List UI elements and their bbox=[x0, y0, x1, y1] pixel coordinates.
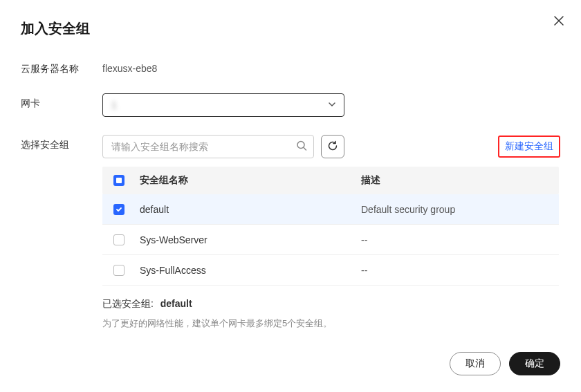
col-header-desc: 描述 bbox=[361, 174, 548, 187]
row-desc: -- bbox=[361, 234, 548, 245]
row-name: Sys-FullAccess bbox=[140, 265, 361, 276]
row-checkbox[interactable] bbox=[113, 204, 124, 215]
row-desc: Default security group bbox=[361, 204, 548, 215]
row-name: Sys-WebServer bbox=[140, 234, 361, 245]
row-checkbox[interactable] bbox=[113, 265, 124, 276]
nic-row: 网卡 1 bbox=[21, 93, 560, 117]
sg-table: 安全组名称 描述 default Default security group … bbox=[102, 167, 559, 286]
table-row[interactable]: Sys-WebServer -- bbox=[102, 225, 559, 255]
server-name-value: flexusx-ebe8 bbox=[102, 59, 157, 74]
col-header-name: 安全组名称 bbox=[140, 174, 361, 187]
table-row[interactable]: default Default security group bbox=[102, 194, 559, 225]
cancel-button[interactable]: 取消 bbox=[450, 352, 501, 375]
server-name-row: 云服务器名称 flexusx-ebe8 bbox=[21, 59, 560, 75]
nic-select[interactable]: 1 bbox=[102, 93, 344, 117]
server-name-label: 云服务器名称 bbox=[21, 59, 102, 75]
row-checkbox[interactable] bbox=[113, 234, 124, 245]
create-sg-link[interactable]: 新建安全组 bbox=[498, 136, 560, 158]
refresh-icon bbox=[327, 140, 338, 153]
sg-label: 选择安全组 bbox=[21, 135, 102, 151]
row-desc: -- bbox=[361, 265, 548, 276]
selected-summary: 已选安全组: default bbox=[102, 298, 560, 310]
sg-hint: 为了更好的网络性能，建议单个网卡最多绑定5个安全组。 bbox=[102, 317, 560, 330]
confirm-button[interactable]: 确定 bbox=[509, 352, 560, 375]
close-icon[interactable] bbox=[553, 15, 564, 28]
sg-row: 选择安全组 新建安全组 bbox=[21, 135, 560, 158]
row-name: default bbox=[140, 204, 361, 215]
nic-label: 网卡 bbox=[21, 93, 102, 110]
sg-search-input[interactable] bbox=[102, 135, 314, 158]
dialog-title: 加入安全组 bbox=[21, 19, 560, 38]
nic-selected-value: 1 bbox=[111, 100, 117, 111]
refresh-button[interactable] bbox=[321, 135, 344, 158]
dialog-footer: 取消 确定 bbox=[450, 352, 560, 375]
selected-value: default bbox=[160, 298, 192, 309]
table-row[interactable]: Sys-FullAccess -- bbox=[102, 255, 559, 286]
select-all-checkbox[interactable] bbox=[113, 175, 124, 186]
selected-prefix: 已选安全组: bbox=[102, 298, 154, 309]
sg-table-header: 安全组名称 描述 bbox=[102, 167, 559, 194]
